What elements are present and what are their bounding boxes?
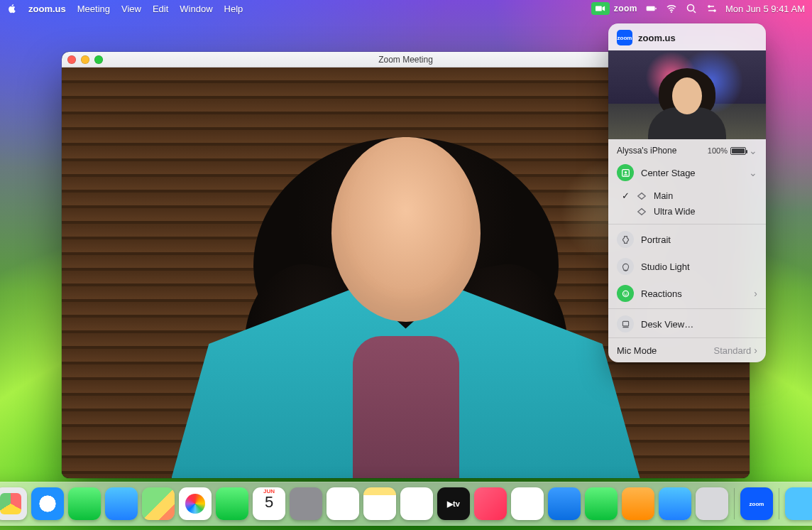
chevron-down-icon: ⌄ [749, 167, 757, 178]
dock-app-contacts[interactable] [290, 487, 322, 520]
center-stage-icon [617, 164, 634, 181]
dock-app-tv[interactable]: ▶tv [437, 487, 470, 520]
lens-icon [637, 207, 647, 217]
device-row[interactable]: Alyssa's iPhone 100% ⌄ [608, 139, 766, 159]
desk-view-icon [617, 315, 634, 332]
svg-point-8 [626, 293, 627, 293]
reactions-row[interactable]: Reactions › [608, 280, 766, 307]
menu-help[interactable]: Help [224, 4, 243, 14]
app-menu[interactable]: zoom.us [28, 4, 66, 14]
menu-edit[interactable]: Edit [153, 4, 168, 14]
lens-main-label: Main [654, 191, 673, 201]
control-center-menuextra[interactable] [706, 3, 717, 14]
menubar: zoom.us Meeting View Edit Window Help zo… [0, 0, 812, 17]
wifi-menuextra[interactable] [666, 3, 677, 14]
dock-app-news[interactable] [511, 487, 544, 520]
svg-rect-1 [655, 8, 656, 10]
dock-app-launchpad[interactable] [0, 487, 27, 520]
dock-app-appstore[interactable] [659, 487, 691, 520]
dock-app-mail[interactable] [105, 487, 138, 520]
svg-point-3 [687, 5, 693, 11]
preview-participant [644, 68, 730, 139]
dock-downloads[interactable] [785, 487, 812, 520]
dock-app-safari[interactable] [31, 487, 64, 520]
video-effects-panel: zoom zoom.us Alyssa's iPhone 100% ⌄ Cent… [608, 23, 766, 362]
dock-app-messages[interactable] [68, 487, 101, 520]
studio-light-toggle[interactable]: Studio Light [608, 253, 766, 280]
zoom-status-menuextra[interactable]: zoom [591, 2, 637, 15]
dock-separator [734, 488, 735, 519]
chevron-right-icon: › [754, 288, 757, 299]
device-battery-pct: 100% [708, 146, 728, 155]
dock: JUN 5 ▶tv zoom [0, 482, 812, 526]
zoom-status-label: zoom [614, 4, 637, 13]
chevron-right-icon: › [754, 345, 757, 356]
desk-view-button[interactable]: Desk View… [608, 310, 766, 337]
svg-point-7 [624, 293, 625, 293]
calendar-day: 5 [265, 494, 273, 510]
portrait-label: Portrait [641, 234, 757, 245]
participant-shirt-illustration [353, 336, 459, 478]
panel-header: zoom zoom.us [608, 23, 766, 50]
participant-main [179, 80, 633, 478]
portrait-toggle[interactable]: Portrait [608, 226, 766, 253]
battery-menuextra[interactable] [646, 3, 657, 14]
zoom-app-icon: zoom [617, 30, 632, 45]
menu-meeting[interactable]: Meeting [77, 4, 110, 14]
svg-rect-9 [622, 321, 628, 326]
dock-app-pages[interactable] [622, 487, 654, 520]
dock-app-freeform[interactable] [400, 487, 433, 520]
dock-app-facetime[interactable] [216, 487, 248, 520]
svg-point-5 [624, 171, 626, 173]
tv-label: ▶tv [447, 499, 460, 509]
dock-app-reminders[interactable] [327, 487, 359, 520]
close-window-button[interactable] [67, 55, 76, 64]
dock-app-calendar[interactable]: JUN 5 [253, 487, 285, 520]
lens-option-main[interactable]: ✓ Main [608, 188, 766, 204]
camera-preview [608, 50, 766, 139]
spotlight-menuextra[interactable] [686, 3, 697, 14]
center-stage-label: Center Stage [641, 168, 742, 178]
dock-app-settings[interactable] [696, 487, 728, 520]
dock-app-music[interactable] [474, 487, 507, 520]
lens-option-ultrawide[interactable]: Ultra Wide [608, 204, 766, 220]
minimize-window-button[interactable] [81, 55, 89, 64]
window-title: Zoom Meeting [378, 55, 433, 65]
menu-window[interactable]: Window [180, 4, 212, 14]
chevron-down-icon: ⌄ [749, 145, 757, 156]
dock-app-photos[interactable] [179, 487, 212, 520]
dock-app-maps[interactable] [142, 487, 175, 520]
reactions-label: Reactions [641, 288, 747, 299]
checkmark-icon: ✓ [621, 190, 630, 201]
reactions-icon [617, 285, 634, 302]
menu-view[interactable]: View [121, 4, 141, 14]
mic-mode-row[interactable]: Mic Mode Standard › [608, 337, 766, 362]
zoom-app-label: zoom [750, 501, 764, 507]
zoom-window-button[interactable] [94, 55, 103, 64]
window-traffic-lights [67, 55, 103, 64]
mic-mode-value: Standard [714, 345, 752, 356]
clock-menuextra[interactable]: Mon Jun 5 9:41 AM [725, 4, 805, 14]
apple-menu[interactable] [7, 4, 17, 13]
svg-point-2 [671, 11, 672, 13]
dock-app-notes[interactable] [363, 487, 396, 520]
device-name: Alyssa's iPhone [617, 146, 676, 156]
desk-view-label: Desk View… [641, 319, 757, 330]
lens-ultrawide-label: Ultra Wide [654, 207, 695, 217]
svg-point-6 [622, 291, 628, 296]
center-stage-options: ✓ Main Ultra Wide [608, 186, 766, 222]
mic-mode-label: Mic Mode [617, 345, 657, 356]
panel-app-name: zoom.us [638, 33, 676, 43]
studio-light-icon [617, 258, 634, 275]
battery-icon [730, 147, 746, 155]
dock-app-keynote[interactable] [548, 487, 581, 520]
dock-app-numbers[interactable] [585, 487, 618, 520]
participant-face-illustration [331, 137, 481, 322]
camera-active-icon [591, 2, 610, 15]
dock-app-zoom[interactable]: zoom [740, 487, 773, 520]
lens-icon [637, 191, 647, 201]
studio-light-label: Studio Light [641, 261, 757, 272]
dock-separator [779, 488, 779, 519]
center-stage-toggle[interactable]: Center Stage ⌄ [608, 159, 766, 186]
desktop: zoom.us Meeting View Edit Window Help zo… [0, 0, 812, 530]
